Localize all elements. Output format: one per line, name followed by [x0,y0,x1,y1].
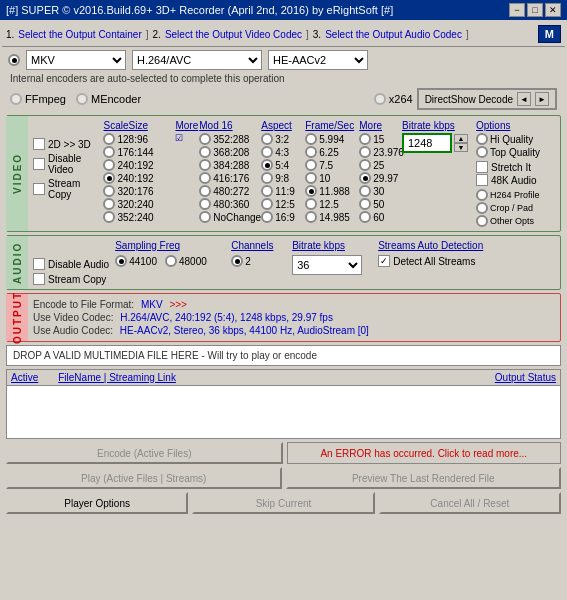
mod16-480-272-radio[interactable] [199,185,211,197]
stream-copy-video-checkbox[interactable] [33,183,45,195]
more-checkbox[interactable]: ☑ [175,133,195,143]
mod16-480-360-radio[interactable] [199,198,211,210]
channel-2-radio[interactable] [231,255,243,267]
play-button[interactable]: Play (Active Files | Streams) [6,467,282,489]
audio-codec-select[interactable]: HE-AACv2 [268,50,368,70]
fpsm-23-radio[interactable] [359,146,371,158]
scale-320-240-radio[interactable] [103,198,115,210]
k48audio-checkbox[interactable] [476,174,488,186]
aspect-header[interactable]: Aspect [261,120,301,131]
freq-48000-radio[interactable] [165,255,177,267]
bitrate-header[interactable]: Bitrate kbps [402,120,472,131]
fps-12-radio[interactable] [305,198,317,210]
fps-14-radio[interactable] [305,211,317,223]
autodetect-header[interactable]: Streams Auto Detection [378,240,556,251]
container-radio[interactable] [8,54,20,66]
x264-radio[interactable] [374,93,386,105]
video-section-content: 2D >> 3D Disable Video Stream Copy Scale… [29,116,560,231]
scale-320-176-radio[interactable] [103,185,115,197]
col-filename[interactable]: FileName | Streaming Link [58,372,176,383]
scale-128-radio[interactable] [103,133,115,145]
mod16-384-radio[interactable] [199,159,211,171]
hiquality-radio[interactable] [476,133,488,145]
fps-7-radio[interactable] [305,159,317,171]
step3-label[interactable]: Select the Output Audio Codec [325,29,462,40]
encode-button[interactable]: Encode (Active Files) [6,442,283,464]
freq-header[interactable]: Sampling Freq [115,240,225,251]
mod16-416-radio[interactable] [199,172,211,184]
stream-copy-audio-checkbox[interactable] [33,273,45,285]
player-options-button[interactable]: Player Options [6,492,188,514]
fpsm-29-radio[interactable] [359,172,371,184]
close-button[interactable]: ✕ [545,3,561,17]
topquality-radio[interactable] [476,146,488,158]
scale-352-240-radio[interactable] [103,211,115,223]
detect-all-checkbox[interactable] [378,255,390,267]
fpsm-30-radio[interactable] [359,185,371,197]
fpsm-60-radio[interactable] [359,211,371,223]
otheropts-label: Other Opts [490,216,534,226]
m-button[interactable]: M [538,25,561,43]
audio-bitrate-header[interactable]: Bitrate kbps [292,240,372,251]
mod16-368-radio[interactable] [199,146,211,158]
fpsm-25-radio[interactable] [359,159,371,171]
fpsm-50-radio[interactable] [359,198,371,210]
bitrate-up[interactable]: ▲ [454,134,468,143]
ffmpeg-radio[interactable] [10,93,22,105]
drop-zone[interactable]: DROP A VALID MULTIMEDIA FILE HERE - Will… [6,345,561,366]
aspect-16-9-radio[interactable] [261,211,273,223]
preview-button[interactable]: Preview The Last Rendered File [286,467,562,489]
fps-6-radio[interactable] [305,146,317,158]
scale-176-radio[interactable] [103,146,115,158]
bitrate-down[interactable]: ▼ [454,143,468,152]
mencoder-radio[interactable] [76,93,88,105]
step2-label[interactable]: Select the Output Video Codec [165,29,302,40]
h264profile-radio[interactable] [476,189,488,201]
options-header[interactable]: Options [476,120,556,131]
scale-header[interactable]: ScaleSize [103,120,171,131]
audio-bitrate-select[interactable]: 36 [292,255,362,275]
aspect-3-2-radio[interactable] [261,133,273,145]
mod16-nochange-radio[interactable] [199,211,211,223]
audio-left-options: Disable Audio Stream Copy [33,240,109,285]
ds-btn1[interactable]: ◄ [517,92,531,106]
fps-5-radio[interactable] [305,133,317,145]
fps-more-header[interactable]: More [359,120,398,131]
container-select[interactable]: MKV [26,50,126,70]
fps-header[interactable]: Frame/Sec [305,120,355,131]
fpsm-15-radio[interactable] [359,133,371,145]
2d3d-checkbox[interactable] [33,138,45,150]
aspect-4-3-radio[interactable] [261,146,273,158]
mod16-header[interactable]: Mod 16 [199,120,232,131]
step1-label[interactable]: Select the Output Container [18,29,141,40]
scale-240-1-radio[interactable] [103,159,115,171]
fps-11-radio[interactable] [305,185,317,197]
disable-audio-checkbox[interactable] [33,258,45,270]
bitrate-input[interactable] [402,133,452,153]
video-codec-select[interactable]: H.264/AVC [132,50,262,70]
skip-current-button[interactable]: Skip Current [192,492,374,514]
error-button[interactable]: An ERROR has occurred. Click to read mor… [287,442,562,464]
disable-video-checkbox[interactable] [33,158,45,170]
minimize-button[interactable]: − [509,3,525,17]
croppad-radio[interactable] [476,202,488,214]
cancel-all-button[interactable]: Cancel All / Reset [379,492,561,514]
aspect-5-4-radio[interactable] [261,159,273,171]
channels-header[interactable]: Channels [231,240,286,251]
maximize-button[interactable]: □ [527,3,543,17]
directshow-button[interactable]: DirectShow Decode ◄ ► [417,88,557,110]
more-header[interactable]: More [175,120,195,131]
stretchit-checkbox[interactable] [476,161,488,173]
aspect-9-8-radio[interactable] [261,172,273,184]
ds-btn2[interactable]: ► [535,92,549,106]
fps-10-radio[interactable] [305,172,317,184]
aspect-12-5-radio[interactable] [261,198,273,210]
aspect-11-9-radio[interactable] [261,185,273,197]
col-active[interactable]: Active [11,372,38,383]
otheropts-radio[interactable] [476,215,488,227]
col-output-status[interactable]: Output Status [495,372,556,383]
mod16-352-radio[interactable] [199,133,211,145]
freq-44100-radio[interactable] [115,255,127,267]
scale-240-2-radio[interactable] [103,172,115,184]
output-arrow[interactable]: >>> [169,299,187,310]
